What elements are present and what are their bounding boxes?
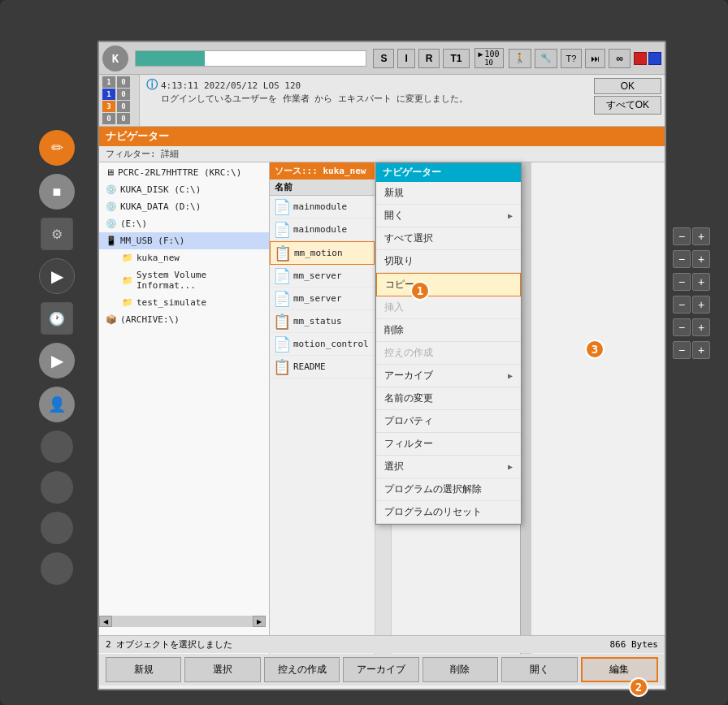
ctx-item-delete[interactable]: 削除 — [376, 319, 521, 342]
axis-a6-minus[interactable]: − — [673, 341, 691, 359]
axis-a3-plus[interactable]: + — [692, 273, 710, 291]
stop-btn[interactable]: ■ — [39, 174, 75, 210]
file-item-mm-motion[interactable]: 📋 mm_motion — [270, 241, 375, 265]
ctx-properties-label: プロパティ — [384, 414, 433, 428]
ctx-item-select-all[interactable]: すべて選択 — [376, 227, 521, 250]
btn-edit[interactable]: 編集 — [581, 657, 658, 682]
context-menu-header: ナビゲーター — [376, 163, 521, 182]
btn-backup[interactable]: 控えの作成 — [264, 657, 340, 682]
play-btn[interactable]: ▶ — [39, 258, 75, 294]
ctx-item-copy[interactable]: コピー — [376, 273, 521, 296]
question-button[interactable]: T? — [561, 49, 583, 68]
tree-item-c[interactable]: 💿 KUKA_DISK (C:\) — [99, 181, 269, 198]
ctx-item-selection[interactable]: 選択 ▶ — [376, 456, 521, 478]
minimize-button[interactable] — [648, 52, 661, 65]
ctx-item-rename[interactable]: 名前の変更 — [376, 387, 521, 410]
tree-item-krc[interactable]: 🖥 PCRC-2RL7HHTTRE (KRC:\) — [99, 164, 269, 181]
tree-item-d[interactable]: 💿 KUKA_DATA (D:\) — [99, 198, 269, 215]
circle-btn4 — [41, 552, 73, 585]
log-badge-gray6: 0 — [117, 113, 130, 124]
ctx-item-properties[interactable]: プロパティ — [376, 410, 521, 433]
module-icon-4: 📄 — [273, 290, 291, 307]
ok-buttons-area: OK すべてOK — [591, 75, 665, 126]
ctx-item-reset-program[interactable]: プログラムのリセット — [376, 501, 521, 524]
tree-item-archive-label: (ARCHIVE:\) — [120, 314, 180, 325]
ctx-item-open[interactable]: 開く ▶ — [376, 205, 521, 227]
file-item-mm-server2[interactable]: 📄 mm_server — [270, 288, 375, 310]
axis-a4-plus[interactable]: + — [692, 296, 710, 314]
ctx-delete-label: 削除 — [384, 323, 404, 337]
clock-btn[interactable]: 🕐 — [41, 302, 73, 335]
tree-item-f-label: MM_USB (F:\) — [120, 236, 184, 246]
axis-a5-minus[interactable]: − — [673, 318, 691, 336]
tree-item-kuka-new[interactable]: 📁 kuka_new — [99, 249, 269, 266]
bottom-buttons: 新規 選択 控えの作成 アーカイブ 削除 開く 編集 — [99, 654, 665, 686]
skip-button[interactable]: ⏭ — [585, 49, 605, 68]
axis-a3-minus[interactable]: − — [673, 273, 691, 291]
tree-item-c-label: KUKA_DISK (C:\) — [120, 184, 201, 195]
file-item-mainmodule1[interactable]: 📄 mainmodule — [270, 196, 375, 218]
user-btn[interactable]: 👤 — [39, 387, 75, 422]
infinity-button[interactable]: ∞ — [609, 49, 630, 68]
ctx-item-filter[interactable]: フィルター — [376, 433, 521, 456]
walk-button[interactable]: 🚶 — [509, 49, 531, 68]
axis-a5-plus[interactable]: + — [692, 318, 710, 336]
ctx-item-cut[interactable]: 切取り — [376, 250, 521, 273]
axis-a4-minus[interactable]: − — [673, 296, 691, 314]
edit-btn[interactable]: ✏ — [39, 130, 75, 166]
doc-icon-status: 📋 — [273, 313, 291, 330]
bottom-status: 2 オブジェクトを選択しました 866 Bytes — [99, 635, 665, 653]
module-icon-1: 📄 — [273, 198, 291, 215]
file-item-mainmodule2[interactable]: 📄 mainmodule — [270, 218, 375, 241]
file-item-readme-label: README — [293, 361, 326, 372]
info-bar-area: 1 0 1 0 3 0 0 0 ⓘ 4:13:1 — [99, 75, 665, 127]
t1-button[interactable]: T1 — [443, 49, 469, 68]
btn-delete[interactable]: 削除 — [422, 657, 498, 682]
axis-a2-minus[interactable]: − — [673, 250, 691, 268]
log-badge-gray3: 0 — [117, 89, 130, 100]
scroll-left-btn[interactable]: ◀ — [99, 616, 112, 627]
axis-a1-plus[interactable]: + — [692, 227, 710, 245]
file-item-mainmodule2-label: mainmodule — [293, 224, 347, 235]
axis-a2-plus[interactable]: + — [692, 250, 710, 268]
file-item-motion-control[interactable]: 📄 motion_control — [270, 333, 375, 356]
ctx-item-archive[interactable]: アーカイブ ▶ — [376, 365, 521, 387]
tree-item-sysvolume-label: System Volume Informat... — [136, 270, 262, 291]
tree-item-sysvolume[interactable]: 📁 System Volume Informat... — [99, 266, 269, 294]
tree-item-archive[interactable]: 📦 (ARCHIVE:\) — [99, 311, 269, 328]
axis-a6-plus[interactable]: + — [692, 341, 710, 359]
i-button[interactable]: I — [397, 49, 414, 68]
close-button[interactable] — [634, 52, 647, 65]
tree-item-d-label: KUKA_DATA (D:\) — [120, 201, 201, 212]
settings-btn[interactable]: ⚙ — [41, 218, 73, 250]
tree-item-e[interactable]: 💿 (E:\) — [99, 215, 269, 232]
btn-select[interactable]: 選択 — [184, 657, 260, 682]
tree-item-f[interactable]: 📱 MM_USB (F:\) — [99, 232, 269, 249]
tree-item-test-simulate[interactable]: 📁 test_simulate — [99, 294, 269, 311]
ok-button[interactable]: OK — [594, 78, 661, 94]
file-item-mm-server1[interactable]: 📄 mm_server — [270, 265, 375, 288]
tool-button[interactable]: 🔧 — [535, 49, 557, 68]
kuka-logo: K — [102, 45, 128, 71]
badge-2: 2 — [629, 677, 648, 697]
tree-item-e-label: (E:\) — [120, 218, 147, 229]
file-item-readme[interactable]: 📋 README — [270, 356, 375, 378]
all-ok-button[interactable]: すべてOK — [594, 96, 661, 115]
ctx-item-new[interactable]: 新規 — [376, 182, 521, 205]
btn-archive[interactable]: アーカイブ — [343, 657, 418, 682]
r-button[interactable]: R — [418, 49, 440, 68]
file-item-mm-status-label: mm_status — [293, 316, 342, 327]
axis-a1-minus[interactable]: − — [673, 227, 691, 245]
ctx-archive-arrow: ▶ — [508, 371, 513, 380]
s-button[interactable]: S — [373, 49, 394, 68]
btn-new[interactable]: 新規 — [106, 657, 181, 682]
info-message-block: ⓘ 4:13:11 2022/05/12 LOS 120 ログインしているユーザ… — [140, 75, 591, 126]
btn-open[interactable]: 開く — [501, 657, 577, 682]
context-menu-scrollbar[interactable] — [520, 162, 531, 663]
scroll-right-btn[interactable]: ▶ — [253, 616, 266, 627]
file-item-mm-status[interactable]: 📋 mm_status — [270, 310, 375, 333]
play2-btn[interactable]: ▶ — [39, 343, 75, 378]
ctx-item-deselect-program[interactable]: プログラムの選択解除 — [376, 478, 521, 501]
content-area: 🖥 PCRC-2RL7HHTTRE (KRC:\) 💿 KUKA_DISK (C… — [99, 162, 665, 663]
speed-sub: 10 — [484, 58, 493, 67]
